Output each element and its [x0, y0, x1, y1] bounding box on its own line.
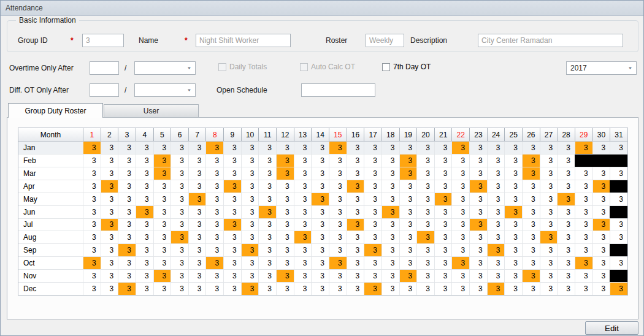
- shift-cell-aug-18[interactable]: 3: [381, 231, 399, 243]
- name-field[interactable]: [196, 34, 291, 47]
- shift-cell-feb-16[interactable]: 3: [347, 155, 364, 167]
- shift-cell-oct-21[interactable]: 3: [434, 257, 452, 269]
- chevron-down-icon[interactable]: [625, 63, 635, 74]
- shift-cell-apr-5[interactable]: 3: [153, 180, 171, 193]
- shift-cell-aug-10[interactable]: 3: [241, 231, 259, 243]
- shift-cell-jan-11[interactable]: 3: [258, 142, 276, 154]
- shift-cell-aug-12[interactable]: 3: [276, 231, 294, 243]
- shift-cell-may-12[interactable]: 3: [276, 193, 294, 205]
- shift-cell-sep-9[interactable]: 3: [223, 244, 241, 256]
- shift-cell-jun-20[interactable]: 3: [416, 206, 434, 218]
- shift-cell-nov-26[interactable]: 3: [522, 270, 540, 282]
- shift-cell-oct-4[interactable]: 3: [136, 257, 153, 269]
- shift-cell-aug-6[interactable]: 3: [171, 231, 188, 243]
- shift-cell-jul-21[interactable]: 3: [434, 219, 452, 231]
- shift-cell-jan-22[interactable]: 3: [451, 142, 469, 154]
- shift-cell-aug-25[interactable]: 3: [504, 231, 522, 243]
- shift-cell-feb-25[interactable]: 3: [504, 155, 522, 167]
- shift-cell-may-23[interactable]: 3: [469, 193, 487, 205]
- shift-cell-aug-24[interactable]: 3: [487, 231, 505, 243]
- shift-cell-jun-26[interactable]: 3: [522, 206, 540, 218]
- shift-cell-mar-20[interactable]: 3: [416, 167, 434, 180]
- shift-cell-jan-5[interactable]: 3: [153, 142, 171, 154]
- shift-cell-jun-19[interactable]: 3: [399, 206, 417, 218]
- group-id-field[interactable]: [82, 34, 124, 47]
- shift-cell-sep-24[interactable]: 3: [487, 244, 505, 256]
- shift-cell-feb-17[interactable]: 3: [364, 155, 381, 167]
- shift-cell-nov-10[interactable]: 3: [241, 270, 259, 282]
- shift-cell-sep-13[interactable]: 3: [294, 244, 312, 256]
- shift-cell-apr-13[interactable]: 3: [294, 180, 312, 193]
- shift-cell-feb-9[interactable]: 3: [223, 155, 241, 167]
- shift-cell-aug-4[interactable]: 3: [136, 231, 153, 243]
- shift-cell-jul-23[interactable]: 3: [469, 219, 487, 231]
- shift-cell-apr-20[interactable]: 3: [416, 180, 434, 193]
- shift-cell-sep-25[interactable]: 3: [504, 244, 522, 256]
- shift-cell-jul-13[interactable]: 3: [294, 219, 312, 231]
- shift-cell-oct-15[interactable]: 3: [329, 257, 347, 269]
- shift-cell-aug-20[interactable]: 3: [416, 231, 434, 243]
- shift-cell-jan-4[interactable]: 3: [136, 142, 153, 154]
- shift-cell-nov-28[interactable]: 3: [557, 270, 575, 282]
- shift-cell-feb-22[interactable]: 3: [451, 155, 469, 167]
- shift-cell-jul-22[interactable]: 3: [451, 219, 469, 231]
- roster-field[interactable]: [366, 34, 404, 47]
- shift-cell-jan-25[interactable]: 3: [504, 142, 522, 154]
- shift-cell-jun-9[interactable]: 3: [223, 206, 241, 218]
- shift-cell-dec-6[interactable]: 3: [171, 283, 188, 295]
- shift-cell-aug-19[interactable]: 3: [399, 231, 417, 243]
- shift-cell-dec-31[interactable]: 3: [610, 283, 627, 295]
- shift-cell-feb-21[interactable]: 3: [434, 155, 452, 167]
- shift-cell-may-24[interactable]: 3: [487, 193, 505, 205]
- shift-cell-nov-14[interactable]: 3: [311, 270, 329, 282]
- shift-cell-mar-9[interactable]: 3: [223, 167, 241, 180]
- shift-cell-dec-21[interactable]: 3: [434, 283, 452, 295]
- shift-cell-mar-17[interactable]: 3: [364, 167, 381, 180]
- shift-cell-dec-20[interactable]: 3: [416, 283, 434, 295]
- shift-cell-feb-10[interactable]: 3: [241, 155, 259, 167]
- shift-cell-may-21[interactable]: 3: [434, 193, 452, 205]
- shift-cell-apr-4[interactable]: 3: [136, 180, 153, 193]
- shift-cell-mar-22[interactable]: 3: [451, 167, 469, 180]
- shift-cell-apr-16[interactable]: 3: [347, 180, 364, 193]
- shift-cell-feb-24[interactable]: 3: [487, 155, 505, 167]
- shift-cell-dec-30[interactable]: 3: [592, 283, 610, 295]
- shift-cell-jan-23[interactable]: 3: [469, 142, 487, 154]
- shift-cell-may-25[interactable]: 3: [504, 193, 522, 205]
- shift-cell-feb-18[interactable]: 3: [381, 155, 399, 167]
- shift-cell-jan-12[interactable]: 3: [276, 142, 294, 154]
- shift-cell-jan-6[interactable]: 3: [171, 142, 188, 154]
- shift-cell-nov-19[interactable]: 3: [399, 270, 417, 282]
- shift-cell-dec-24[interactable]: 3: [487, 283, 505, 295]
- shift-cell-jun-21[interactable]: 3: [434, 206, 452, 218]
- shift-cell-jan-27[interactable]: 3: [540, 142, 558, 154]
- shift-cell-mar-15[interactable]: 3: [329, 167, 347, 180]
- shift-cell-apr-21[interactable]: 3: [434, 180, 452, 193]
- shift-cell-sep-18[interactable]: 3: [381, 244, 399, 256]
- shift-cell-dec-18[interactable]: 3: [381, 283, 399, 295]
- shift-cell-may-16[interactable]: 3: [347, 193, 364, 205]
- shift-cell-nov-11[interactable]: 3: [258, 270, 276, 282]
- shift-cell-jun-6[interactable]: 3: [171, 206, 188, 218]
- shift-cell-jul-5[interactable]: 3: [153, 219, 171, 231]
- shift-cell-sep-12[interactable]: 3: [276, 244, 294, 256]
- shift-cell-oct-17[interactable]: 3: [364, 257, 381, 269]
- shift-cell-jun-22[interactable]: 3: [451, 206, 469, 218]
- tab-group-duty-roster[interactable]: Group Duty Roster: [8, 103, 103, 118]
- shift-cell-sep-2[interactable]: 3: [101, 244, 118, 256]
- shift-cell-may-28[interactable]: 3: [557, 193, 575, 205]
- shift-cell-dec-12[interactable]: 3: [276, 283, 294, 295]
- shift-cell-aug-14[interactable]: 3: [311, 231, 329, 243]
- shift-cell-mar-3[interactable]: 3: [118, 167, 136, 180]
- shift-cell-dec-8[interactable]: 3: [205, 283, 223, 295]
- shift-cell-jun-15[interactable]: 3: [329, 206, 347, 218]
- shift-cell-jul-9[interactable]: 3: [223, 219, 241, 231]
- shift-cell-mar-23[interactable]: 3: [469, 167, 487, 180]
- shift-cell-mar-12[interactable]: 3: [276, 167, 294, 180]
- shift-cell-jan-24[interactable]: 3: [487, 142, 505, 154]
- shift-cell-may-10[interactable]: 3: [241, 193, 259, 205]
- shift-cell-feb-3[interactable]: 3: [118, 155, 136, 167]
- shift-cell-jul-3[interactable]: 3: [118, 219, 136, 231]
- shift-cell-jan-26[interactable]: 3: [522, 142, 540, 154]
- shift-cell-jan-1[interactable]: 3: [83, 142, 101, 154]
